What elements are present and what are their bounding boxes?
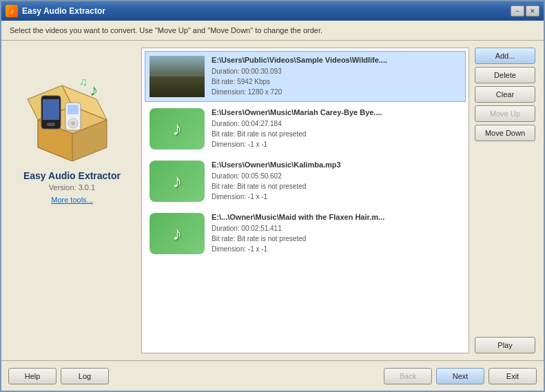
logo-svg: ♪ ♫ — [21, 58, 124, 161]
clear-button[interactable]: Clear — [475, 86, 535, 103]
file-info: E:\Users\Owner\Music\Mariah Carey-Bye By… — [212, 108, 461, 149]
file-bitrate: Bit rate: 5942 Kbps — [212, 76, 461, 87]
file-bitrate: Bit rate: Bit rate is not preseted — [212, 181, 461, 192]
file-thumbnail — [150, 56, 205, 97]
file-item[interactable]: ♪ E:\Users\Owner\Music\Mariah Carey-Bye … — [145, 103, 466, 154]
file-dimension: Dimension: -1 x -1 — [212, 244, 461, 254]
file-duration: Duration: 00:04:27.184 — [212, 118, 461, 129]
file-name: E:\...\Owner\Music\Maid with the Flaxen … — [212, 213, 461, 221]
back-button[interactable]: Back — [384, 368, 432, 384]
svg-rect-6 — [43, 99, 59, 120]
play-button[interactable]: Play — [475, 337, 535, 353]
titlebar: ♪ Easy Audio Extractor − ✕ — [1, 1, 544, 21]
instruction-text: Select the videos you want to convert. U… — [10, 26, 322, 34]
file-duration: Duration: 00:00:30.093 — [212, 66, 461, 76]
file-name: E:\Users\Owner\Music\Kalimba.mp3 — [212, 161, 461, 169]
main-content: ♪ ♫ Easy Audio Extractor Version: 3.0.1 … — [1, 41, 544, 360]
file-name: E:\Users\Owner\Music\Mariah Carey-Bye By… — [212, 108, 461, 116]
app-version: Version: 3.0.1 — [49, 183, 95, 192]
file-list[interactable]: E:\Users\Public\Videos\Sample Videos\Wil… — [141, 48, 469, 353]
minimize-button[interactable]: − — [511, 6, 524, 17]
file-thumbnail: ♪ — [150, 108, 205, 149]
add-button[interactable]: Add... — [475, 48, 535, 64]
file-item[interactable]: ♪ E:\Users\Owner\Music\Kalimba.mp3 Durat… — [145, 156, 466, 207]
file-thumbnail: ♪ — [150, 161, 205, 202]
right-buttons: Add... Delete Clear Move Up Move Down Pl… — [475, 48, 537, 353]
file-dimension: Dimension: -1 x -1 — [212, 192, 461, 202]
footer-bar: Help Log Back Next Exit — [1, 360, 544, 391]
instruction-bar: Select the videos you want to convert. U… — [1, 21, 544, 41]
file-dimension: Dimension: -1 x -1 — [212, 139, 461, 149]
main-window: ♪ Easy Audio Extractor − ✕ Select the vi… — [0, 0, 545, 392]
more-tools-link[interactable]: More tools... — [51, 196, 93, 204]
svg-text:♪: ♪ — [90, 81, 98, 99]
help-button[interactable]: Help — [8, 368, 56, 384]
file-item[interactable]: E:\Users\Public\Videos\Sample Videos\Wil… — [145, 51, 466, 102]
file-info: E:\...\Owner\Music\Maid with the Flaxen … — [212, 213, 461, 254]
app-icon: ♪ — [6, 5, 18, 17]
app-logo: ♪ ♫ — [17, 54, 127, 165]
move-up-button[interactable]: Move Up — [475, 105, 535, 122]
close-button[interactable]: ✕ — [526, 6, 539, 17]
app-title: Easy Audio Extractor — [23, 170, 121, 181]
file-duration: Duration: 00:05:50.602 — [212, 171, 461, 181]
file-name: E:\Users\Public\Videos\Sample Videos\Wil… — [212, 56, 461, 64]
file-info: E:\Users\Owner\Music\Kalimba.mp3 Duratio… — [212, 161, 461, 202]
window-controls: − ✕ — [511, 6, 539, 17]
exit-button[interactable]: Exit — [489, 368, 537, 384]
file-thumbnail: ♪ — [150, 213, 205, 254]
file-dimension: Dimension: 1280 x 720 — [212, 87, 461, 97]
svg-rect-7 — [47, 123, 55, 126]
log-button[interactable]: Log — [61, 368, 109, 384]
next-button[interactable]: Next — [436, 368, 484, 384]
file-info: E:\Users\Public\Videos\Sample Videos\Wil… — [212, 56, 461, 97]
svg-text:♫: ♫ — [79, 76, 88, 87]
svg-point-11 — [71, 121, 75, 125]
window-title: Easy Audio Extractor — [22, 6, 511, 16]
move-down-button[interactable]: Move Down — [475, 125, 535, 141]
file-bitrate: Bit rate: Bit rate is not preseted — [212, 129, 461, 139]
left-panel: ♪ ♫ Easy Audio Extractor Version: 3.0.1 … — [8, 48, 136, 353]
svg-rect-9 — [68, 105, 79, 114]
file-duration: Duration: 00:02:51.411 — [212, 223, 461, 234]
file-item[interactable]: ♪ E:\...\Owner\Music\Maid with the Flaxe… — [145, 208, 466, 259]
delete-button[interactable]: Delete — [475, 67, 535, 83]
file-bitrate: Bit rate: Bit rate is not preseted — [212, 234, 461, 244]
